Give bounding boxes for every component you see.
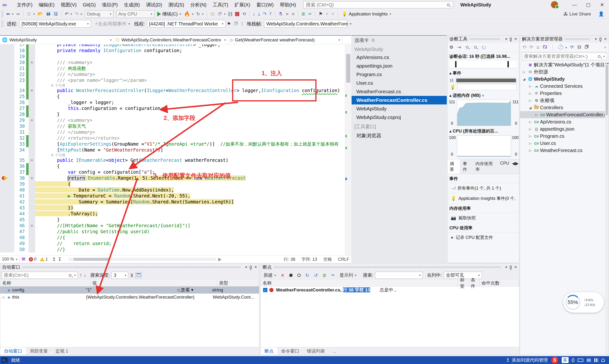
fold-margin[interactable] bbox=[28, 169, 35, 175]
menu-item-分析(N)[interactable]: 分析(N) bbox=[187, 1, 210, 9]
menu-item-生成(B)[interactable]: 生成(B) bbox=[121, 1, 143, 9]
code-line[interactable]: 24⊟ public WeatherForecastController(ILo… bbox=[0, 88, 345, 93]
fold-margin[interactable] bbox=[28, 147, 35, 153]
window-position-icon[interactable]: ▾ bbox=[505, 37, 507, 41]
refresh-button[interactable]: ⟳ bbox=[570, 44, 574, 50]
expander-icon[interactable]: ◢ bbox=[528, 106, 533, 109]
show-threads-button[interactable]: ≣ bbox=[300, 11, 306, 18]
menu-item-测试(S)[interactable]: 测试(S) bbox=[165, 1, 187, 9]
breakpoint-margin[interactable] bbox=[0, 187, 14, 193]
breakpoint-margin[interactable] bbox=[0, 234, 14, 241]
breakpoint-margin[interactable] bbox=[0, 247, 14, 252]
document-tab-WeatherForecastController.cs[interactable]: WeatherForecastController.cs bbox=[352, 96, 447, 104]
fold-margin[interactable]: ⊟ bbox=[28, 88, 35, 93]
bottom-tab-监视 1[interactable]: 监视 1 bbox=[52, 347, 72, 355]
home-button[interactable]: ⌂ bbox=[537, 44, 539, 50]
magnifier-view-button[interactable]: 查看 ▾ bbox=[176, 287, 212, 293]
stack-frame-dropdown[interactable]: WebApiStudy.Controllers.WeatherFore▾ bbox=[264, 20, 347, 28]
code-line[interactable]: 47 //public string Get(string userid) bbox=[0, 229, 345, 234]
breakpoint-margin[interactable] bbox=[0, 169, 14, 175]
tree-item-依赖项[interactable]: ▷⧉依赖项 bbox=[520, 97, 609, 104]
editor-horizontal-scrollbar[interactable] bbox=[69, 258, 216, 261]
breakpoint-margin[interactable] bbox=[0, 199, 14, 205]
fold-margin[interactable] bbox=[28, 217, 35, 223]
bottom-tab-局部变量[interactable]: 局部变量 bbox=[26, 347, 52, 355]
fold-margin[interactable]: ⊟ bbox=[28, 223, 35, 229]
stop-debugging-button[interactable] bbox=[234, 11, 241, 18]
code-line[interactable]: 17 private readonly ILogger<WeatherForec… bbox=[0, 44, 345, 48]
breakpoint-margin[interactable] bbox=[0, 181, 14, 187]
expander-icon[interactable]: ▷ bbox=[528, 120, 533, 124]
code-line[interactable]: 32 /// <returns></returns> bbox=[0, 135, 345, 141]
step-into-button[interactable]: ⤓ bbox=[257, 11, 261, 18]
add-to-source-control[interactable]: 添加到源代码管理 bbox=[512, 357, 548, 363]
pin-icon[interactable] bbox=[510, 38, 512, 41]
code-line[interactable]: 45 } bbox=[0, 217, 345, 223]
close-icon[interactable]: ✕ bbox=[514, 37, 517, 41]
overflow-button[interactable]: » bbox=[604, 44, 606, 50]
expander-icon[interactable]: ▷ bbox=[0, 296, 7, 299]
diag-tab-CPU[interactable]: CPU bbox=[498, 159, 511, 174]
breakpoint-margin[interactable] bbox=[0, 157, 14, 163]
export-button[interactable]: ↻ bbox=[304, 272, 311, 279]
show-all-files-button[interactable]: 🗇 bbox=[584, 44, 589, 50]
editor-vertical-scrollbar[interactable] bbox=[345, 44, 351, 255]
column-value[interactable]: 值 bbox=[91, 280, 217, 286]
summary-item[interactable]: ●记录 CPU 配置文件 bbox=[447, 233, 519, 243]
breakpoint-margin[interactable] bbox=[0, 123, 14, 129]
fold-margin[interactable] bbox=[28, 141, 35, 147]
breakpoint-margin[interactable] bbox=[0, 48, 14, 53]
toolbar-grip[interactable] bbox=[1, 11, 3, 17]
back-button[interactable]: ⟲ bbox=[522, 44, 526, 50]
bottom-tab-自动窗口[interactable]: 自动窗口 bbox=[0, 347, 26, 355]
close-icon[interactable]: ✕ bbox=[254, 265, 257, 269]
bp-search-box[interactable]: ▾ bbox=[375, 272, 423, 279]
fold-margin[interactable] bbox=[28, 129, 35, 135]
document-tab-ApiVersions.cs[interactable]: ApiVersions.cs bbox=[352, 53, 447, 62]
notifications-bell-icon[interactable] bbox=[601, 359, 605, 362]
document-tab-对象浏览器[interactable]: 对象浏览器 bbox=[352, 131, 447, 140]
tree-item-ApiVersions.cs[interactable]: ▷C#ApiVersions.cs bbox=[520, 118, 609, 125]
breakpoint-margin[interactable] bbox=[0, 129, 14, 135]
bottom-tab-断点[interactable]: 断点 bbox=[261, 347, 277, 355]
breakpoint-margin[interactable] bbox=[0, 223, 14, 229]
disable-all-button[interactable] bbox=[288, 272, 294, 279]
breakpoint-margin[interactable] bbox=[0, 153, 14, 157]
code-line[interactable]: 46⊟ //[HttpGet(Name = "GetWeatherForecas… bbox=[0, 223, 345, 229]
fold-margin[interactable] bbox=[28, 241, 35, 247]
menu-item-帮助(H)[interactable]: 帮助(H) bbox=[277, 1, 299, 9]
diag-tab-内存使用率[interactable]: 内存使用率 bbox=[473, 159, 498, 174]
fold-margin[interactable] bbox=[28, 187, 35, 193]
pin-icon[interactable] bbox=[250, 266, 252, 269]
breakpoint-margin[interactable] bbox=[0, 83, 14, 88]
quick-search-box[interactable]: 搜索 (Ctrl+Q) bbox=[303, 1, 453, 8]
feedback-button[interactable]: 👤 bbox=[597, 11, 605, 18]
goto-source-button[interactable]: ≣ bbox=[321, 272, 328, 279]
zoom-out-icon[interactable] bbox=[474, 46, 477, 49]
codelens-row[interactable]: 0 0 个引用 bbox=[0, 153, 345, 157]
suspend-button[interactable]: ⌇ bbox=[240, 20, 245, 27]
feedback-icon[interactable]: >_ bbox=[1, 357, 8, 363]
code-area[interactable]: 17 private readonly ILogger<WeatherForec… bbox=[0, 44, 345, 255]
code-line[interactable]: 35⊟ public IEnumerable<object> Get(Weath… bbox=[0, 157, 345, 163]
code-line[interactable]: 21 /// 构造函数 bbox=[0, 65, 345, 71]
pending-changes-filter-button[interactable]: 🕐▾ bbox=[558, 44, 567, 50]
pin-values-button[interactable]: ⊻ bbox=[130, 273, 133, 278]
pin-icon[interactable] bbox=[599, 38, 601, 41]
thread-dropdown[interactable]: [44240] .NET ThreadPool Worke▾ bbox=[147, 20, 225, 28]
flag-threads-button[interactable]: ⚑ bbox=[226, 20, 232, 27]
open-file-button[interactable]: 📂 bbox=[36, 11, 44, 18]
menu-item-窗口(W)[interactable]: 窗口(W) bbox=[253, 1, 277, 9]
minimize-button[interactable]: — bbox=[568, 0, 581, 10]
breakpoint-margin[interactable] bbox=[0, 105, 14, 111]
code-line[interactable]: 44 .ToArray(); bbox=[0, 211, 345, 217]
breakpoint-margin[interactable] bbox=[0, 93, 14, 99]
code-line[interactable]: 49 // return userid; bbox=[0, 241, 345, 247]
fold-margin[interactable] bbox=[28, 234, 35, 241]
prev-bookmark-button[interactable]: 🗲 bbox=[324, 11, 330, 18]
document-tab-User.cs[interactable]: User.cs bbox=[352, 79, 447, 87]
menu-item-文件(F)[interactable]: 文件(F) bbox=[14, 1, 36, 9]
keyboard-icon[interactable] bbox=[578, 359, 583, 362]
bookmark-button[interactable]: ⚑ bbox=[317, 11, 324, 18]
fold-margin[interactable] bbox=[28, 211, 35, 217]
